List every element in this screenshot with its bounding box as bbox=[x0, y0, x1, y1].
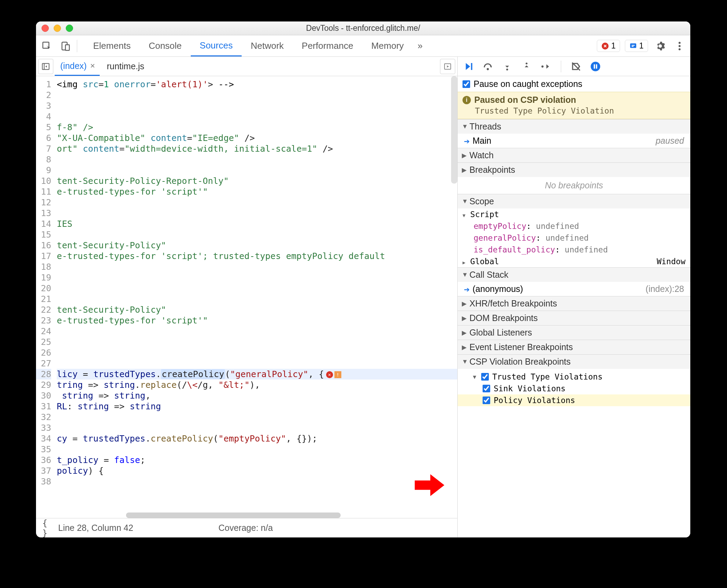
file-tab-label: runtime.js bbox=[107, 61, 144, 71]
run-snippet-icon[interactable] bbox=[440, 59, 455, 74]
file-tab-label: (index) bbox=[60, 61, 87, 71]
breakpoints-section[interactable]: ▶Breakpoints bbox=[458, 163, 690, 177]
issues-count: 1 bbox=[639, 41, 644, 51]
csp-section[interactable]: ▼CSP Violation Breakpoints bbox=[458, 355, 690, 369]
scope-variable[interactable]: generalPolicy: undefined bbox=[458, 232, 690, 244]
scope-script[interactable]: ▼ Script bbox=[458, 208, 690, 220]
svg-rect-2 bbox=[65, 45, 69, 50]
step-over-icon[interactable] bbox=[481, 60, 494, 73]
tab-console[interactable]: Console bbox=[140, 35, 190, 56]
thread-main[interactable]: ➔Main paused bbox=[458, 134, 690, 148]
more-options-icon[interactable] bbox=[672, 39, 687, 53]
listeners-section[interactable]: ▶Global Listeners bbox=[458, 326, 690, 340]
svg-point-5 bbox=[679, 42, 681, 44]
svg-point-6 bbox=[679, 45, 681, 47]
svg-rect-16 bbox=[594, 64, 595, 69]
step-out-icon[interactable] bbox=[520, 60, 533, 73]
scrollbar-v[interactable] bbox=[451, 76, 457, 184]
scrollbar-h[interactable] bbox=[126, 513, 341, 518]
paused-info: i Paused on CSP violation Trusted Type P… bbox=[458, 92, 690, 119]
events-section[interactable]: ▶Event Listener Breakpoints bbox=[458, 340, 690, 354]
titlebar: DevTools - tt-enforced.glitch.me/ bbox=[36, 21, 690, 35]
scope-global[interactable]: ▶ Global Window bbox=[458, 256, 690, 267]
info-icon: i bbox=[463, 96, 471, 104]
devtools-window: DevTools - tt-enforced.glitch.me/ Elemen… bbox=[36, 21, 690, 537]
errors-count: 1 bbox=[611, 41, 616, 51]
dom-section[interactable]: ▶DOM Breakpoints bbox=[458, 311, 690, 325]
csp-policy-violations[interactable]: Policy Violations bbox=[458, 394, 690, 406]
paused-title: Paused on CSP violation bbox=[474, 95, 576, 105]
file-tab-index[interactable]: (index) × bbox=[55, 57, 100, 76]
svg-point-11 bbox=[487, 68, 489, 70]
scope-variable[interactable]: is_default_policy: undefined bbox=[458, 244, 690, 256]
xhr-section[interactable]: ▶XHR/fetch Breakpoints bbox=[458, 296, 690, 311]
scope-section[interactable]: ▼Scope bbox=[458, 194, 690, 208]
tab-network[interactable]: Network bbox=[242, 35, 293, 56]
code-area[interactable]: <img src=1 onerror='alert(1)'> --> f-8" … bbox=[55, 76, 457, 518]
tab-elements[interactable]: Elements bbox=[84, 35, 140, 56]
tab-memory[interactable]: Memory bbox=[362, 35, 413, 56]
pause-on-caught-input[interactable] bbox=[463, 80, 470, 88]
issues-badge[interactable]: 1 bbox=[625, 40, 648, 52]
code-editor[interactable]: 1234567891011121314151617181920212223242… bbox=[36, 76, 457, 518]
svg-point-15 bbox=[591, 62, 600, 71]
step-icon[interactable] bbox=[539, 60, 553, 73]
csp-policy-checkbox[interactable] bbox=[483, 397, 490, 404]
svg-point-14 bbox=[541, 65, 544, 67]
tab-performance[interactable]: Performance bbox=[293, 35, 362, 56]
status-bar: { } Line 28, Column 42 Coverage: n/a bbox=[36, 518, 457, 537]
scope-variable[interactable]: emptyPolicy: undefined bbox=[458, 220, 690, 232]
coverage-status: Coverage: n/a bbox=[218, 523, 451, 533]
svg-point-13 bbox=[526, 62, 527, 64]
panel-tabs: Elements Console Sources Network Perform… bbox=[84, 35, 428, 56]
devtools-toolbar: Elements Console Sources Network Perform… bbox=[36, 35, 690, 57]
errors-badge[interactable]: 1 bbox=[597, 40, 620, 52]
csp-trusted-types-checkbox[interactable] bbox=[481, 373, 489, 381]
step-into-icon[interactable] bbox=[501, 60, 514, 73]
inspect-element-icon[interactable] bbox=[39, 39, 54, 53]
callstack-frame[interactable]: ➔(anonymous) (index):28 bbox=[458, 282, 690, 296]
file-tab-runtime[interactable]: runtime.js bbox=[101, 57, 149, 76]
no-breakpoints-label: No breakpoints bbox=[458, 177, 690, 194]
line-gutter: 1234567891011121314151617181920212223242… bbox=[36, 76, 55, 518]
csp-trusted-types[interactable]: ▼ Trusted Type Violations bbox=[458, 371, 690, 383]
callstack-section[interactable]: ▼Call Stack bbox=[458, 268, 690, 282]
navigator-toggle-icon[interactable] bbox=[38, 59, 53, 74]
tab-sources[interactable]: Sources bbox=[191, 35, 242, 56]
cursor-position: Line 28, Column 42 bbox=[58, 523, 133, 533]
resume-icon[interactable] bbox=[462, 60, 475, 73]
pretty-print-icon[interactable]: { } bbox=[42, 523, 53, 534]
threads-section[interactable]: ▼Threads bbox=[458, 119, 690, 134]
debugger-panel: Pause on caught exceptions i Paused on C… bbox=[458, 57, 690, 537]
pause-on-exceptions-icon[interactable] bbox=[589, 60, 602, 73]
sources-panel: (index) × runtime.js 1234567891011121314… bbox=[36, 57, 458, 537]
debugger-toolbar bbox=[458, 57, 690, 76]
more-tabs-button[interactable]: » bbox=[413, 35, 427, 56]
watch-section[interactable]: ▶Watch bbox=[458, 148, 690, 162]
pause-on-caught-label: Pause on caught exceptions bbox=[474, 79, 582, 89]
svg-rect-17 bbox=[596, 64, 597, 69]
window-title: DevTools - tt-enforced.glitch.me/ bbox=[36, 24, 690, 33]
pause-on-caught-checkbox[interactable]: Pause on caught exceptions bbox=[458, 76, 690, 92]
close-icon[interactable]: × bbox=[90, 61, 95, 71]
csp-sink-violations[interactable]: Sink Violations bbox=[458, 383, 690, 394]
svg-point-7 bbox=[679, 48, 681, 50]
svg-point-12 bbox=[506, 68, 508, 70]
csp-sink-checkbox[interactable] bbox=[483, 385, 490, 392]
paused-subtitle: Trusted Type Policy Violation bbox=[475, 106, 685, 115]
svg-rect-10 bbox=[471, 63, 473, 70]
deactivate-breakpoints-icon[interactable] bbox=[569, 60, 583, 73]
settings-icon[interactable] bbox=[653, 39, 667, 53]
device-toggle-icon[interactable] bbox=[58, 39, 73, 53]
source-tabs: (index) × runtime.js bbox=[36, 57, 457, 76]
